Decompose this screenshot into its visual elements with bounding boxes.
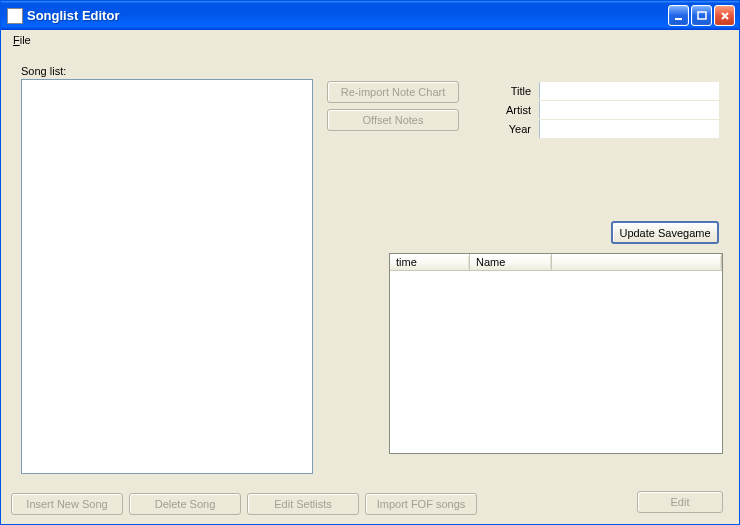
import-fof-songs-button[interactable]: Import FOF songs	[365, 493, 477, 515]
column-name[interactable]: Name	[470, 254, 552, 271]
maximize-icon	[696, 10, 708, 22]
title-label: Title	[491, 85, 531, 97]
insert-new-song-button[interactable]: Insert New Song	[11, 493, 123, 515]
minimize-button[interactable]	[668, 5, 689, 26]
year-label: Year	[491, 123, 531, 135]
titlebar: Songlist Editor	[1, 1, 739, 30]
column-empty[interactable]	[552, 254, 722, 271]
close-button[interactable]	[714, 5, 735, 26]
svg-rect-1	[698, 12, 706, 19]
client-area: Song list: Re-import Note Chart Offset N…	[1, 49, 739, 524]
title-field[interactable]	[539, 82, 719, 100]
window: Songlist Editor File Song list: Re-impor…	[0, 0, 740, 525]
year-field[interactable]	[539, 120, 719, 138]
menu-file[interactable]: File	[7, 33, 37, 47]
offset-notes-button[interactable]: Offset Notes	[327, 109, 459, 131]
artist-field[interactable]	[539, 101, 719, 119]
close-icon	[719, 10, 731, 22]
menubar: File	[1, 30, 739, 49]
window-controls	[668, 5, 735, 26]
svg-rect-0	[675, 18, 682, 20]
tracks-table[interactable]: time Name	[389, 253, 723, 454]
songlist-listbox[interactable]	[21, 79, 313, 474]
update-savegame-button[interactable]: Update Savegame	[611, 221, 719, 244]
menu-file-rest: ile	[20, 34, 31, 46]
maximize-button[interactable]	[691, 5, 712, 26]
minimize-icon	[673, 10, 685, 22]
reimport-note-chart-button[interactable]: Re-import Note Chart	[327, 81, 459, 103]
edit-setlists-button[interactable]: Edit Setlists	[247, 493, 359, 515]
edit-button[interactable]: Edit	[637, 491, 723, 513]
window-title: Songlist Editor	[27, 8, 668, 23]
column-time[interactable]: time	[390, 254, 470, 271]
delete-song-button[interactable]: Delete Song	[129, 493, 241, 515]
app-icon	[7, 8, 23, 24]
table-header: time Name	[390, 254, 722, 271]
artist-label: Artist	[491, 104, 531, 116]
songlist-label: Song list:	[21, 65, 66, 77]
